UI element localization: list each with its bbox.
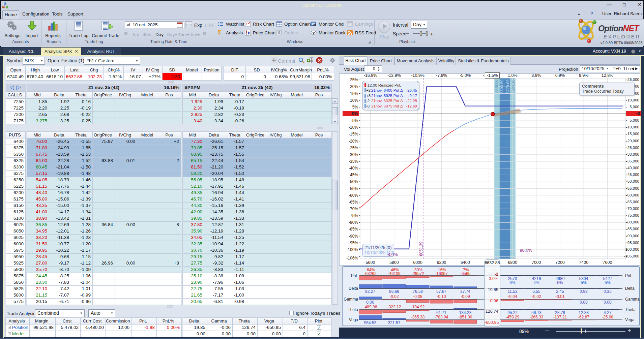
svg-text:-63262: -63262 bbox=[364, 271, 377, 276]
svg-text:6690.59: 6690.59 bbox=[500, 80, 504, 94]
svg-text:-13.9%: -13.9% bbox=[387, 73, 401, 78]
svg-text:5%: 5% bbox=[557, 280, 563, 285]
svg-text:Theta: Theta bbox=[625, 307, 636, 312]
svg-text:$: $ bbox=[278, 31, 280, 35]
svg-text:Vega: Vega bbox=[349, 317, 358, 322]
svg-text:9.9%: 9.9% bbox=[579, 73, 589, 78]
svg-text:5800: 5800 bbox=[389, 260, 399, 265]
svg-text:5.55: 5.55 bbox=[532, 289, 540, 294]
svg-text:76.58: 76.58 bbox=[413, 289, 423, 294]
svg-text:82.27: 82.27 bbox=[365, 289, 375, 294]
svg-text:0.98: 0.98 bbox=[580, 289, 588, 294]
svg-text:-0.09: -0.09 bbox=[461, 294, 470, 299]
svg-text:5%: 5% bbox=[605, 280, 611, 285]
svg-text:Gamma: Gamma bbox=[344, 297, 358, 302]
svg-text:6200: 6200 bbox=[437, 260, 446, 265]
svg-text:PnL: PnL bbox=[625, 273, 633, 278]
svg-text:321.57: 321.57 bbox=[388, 320, 401, 325]
svg-text:-0.04: -0.04 bbox=[508, 294, 517, 299]
svg-text:6824.16: 6824.16 bbox=[511, 80, 515, 94]
svg-text:-29572: -29572 bbox=[411, 271, 424, 276]
svg-text:0.06: 0.06 bbox=[366, 300, 374, 305]
svg-text:-137.21: -137.21 bbox=[553, 315, 567, 319]
svg-text:964.53: 964.53 bbox=[364, 320, 377, 325]
svg-text:-0.02: -0.02 bbox=[389, 294, 399, 299]
svg-text:12.8%: 12.8% bbox=[602, 73, 613, 78]
svg-text:-459.29: -459.29 bbox=[506, 315, 520, 319]
svg-text:37.74: 37.74 bbox=[460, 289, 470, 294]
svg-text:56.73: 56.73 bbox=[531, 310, 541, 315]
svg-text:-5.0%: -5.0% bbox=[460, 73, 471, 78]
svg-text:-62.87: -62.87 bbox=[578, 315, 589, 319]
svg-text:3%: 3% bbox=[509, 280, 516, 285]
svg-text:Gamma: Gamma bbox=[625, 297, 640, 302]
svg-text:28.78: 28.78 bbox=[555, 310, 565, 315]
svg-text:86.69: 86.69 bbox=[389, 289, 399, 294]
svg-text:-365.38: -365.38 bbox=[411, 315, 425, 319]
svg-text:6.9%: 6.9% bbox=[555, 73, 565, 78]
svg-text:6400: 6400 bbox=[461, 260, 470, 265]
svg-text:6051.39: 6051.39 bbox=[419, 241, 423, 256]
svg-text:-16067: -16067 bbox=[435, 271, 448, 276]
svg-text:57.67: 57.67 bbox=[436, 289, 446, 294]
svg-text:-7.9%: -7.9% bbox=[436, 73, 447, 78]
svg-text:-10.9%: -10.9% bbox=[411, 73, 425, 78]
svg-text:-46109: -46109 bbox=[388, 271, 401, 276]
svg-text:11.52: 11.52 bbox=[507, 289, 517, 294]
svg-text:7000: 7000 bbox=[532, 260, 541, 265]
svg-text:-783.94: -783.94 bbox=[435, 315, 448, 319]
svg-text:96.0%: 96.0% bbox=[520, 248, 532, 253]
svg-text:-0.10: -0.10 bbox=[437, 294, 446, 299]
svg-text:PnL: PnL bbox=[351, 273, 358, 278]
svg-text:-0.08: -0.08 bbox=[413, 294, 422, 299]
svg-text:6646.06: 6646.06 bbox=[494, 80, 498, 94]
svg-text:61.71: 61.71 bbox=[436, 310, 446, 315]
svg-text:-322.12: -322.12 bbox=[387, 305, 401, 309]
svg-text:6800: 6800 bbox=[508, 260, 517, 265]
svg-text:-16.9%: -16.9% bbox=[364, 73, 377, 78]
svg-text:7400: 7400 bbox=[579, 260, 588, 265]
svg-text:-104.92: -104.92 bbox=[411, 305, 425, 309]
svg-text:-489.86: -489.86 bbox=[363, 305, 377, 309]
svg-text:-851.00: -851.00 bbox=[459, 315, 472, 319]
svg-text:-0.02: -0.02 bbox=[532, 294, 541, 299]
svg-text:134.23: 134.23 bbox=[459, 310, 472, 315]
svg-text:95.22: 95.22 bbox=[507, 310, 518, 315]
svg-text:4%: 4% bbox=[533, 280, 539, 285]
svg-text:6000: 6000 bbox=[413, 260, 422, 265]
svg-text:0.00: 0.00 bbox=[580, 300, 588, 305]
svg-text:4.27: 4.27 bbox=[604, 310, 612, 315]
svg-text:-0.01: -0.01 bbox=[555, 294, 565, 299]
svg-text:Delta: Delta bbox=[625, 286, 635, 291]
svg-text:7600: 7600 bbox=[603, 260, 612, 265]
svg-text:7200: 7200 bbox=[555, 260, 565, 265]
svg-text:0.35: 0.35 bbox=[604, 289, 612, 294]
svg-text:0.00: 0.00 bbox=[604, 300, 612, 305]
svg-text:-6565: -6565 bbox=[460, 271, 471, 276]
svg-text:12.38: 12.38 bbox=[579, 310, 589, 315]
svg-text:-266.33: -266.33 bbox=[530, 315, 544, 319]
svg-text:Vega: Vega bbox=[625, 317, 635, 322]
svg-text:3.9%: 3.9% bbox=[531, 73, 541, 78]
svg-text:5%: 5% bbox=[581, 280, 587, 285]
svg-text:6779.63: 6779.63 bbox=[506, 80, 510, 94]
svg-text:-25.08: -25.08 bbox=[602, 315, 613, 319]
svg-text:1.0%: 1.0% bbox=[508, 73, 518, 78]
svg-text:Theta: Theta bbox=[348, 307, 358, 312]
svg-text:2.45: 2.45 bbox=[556, 289, 564, 294]
svg-text:Delta: Delta bbox=[349, 286, 358, 291]
svg-text:5600: 5600 bbox=[366, 260, 375, 265]
